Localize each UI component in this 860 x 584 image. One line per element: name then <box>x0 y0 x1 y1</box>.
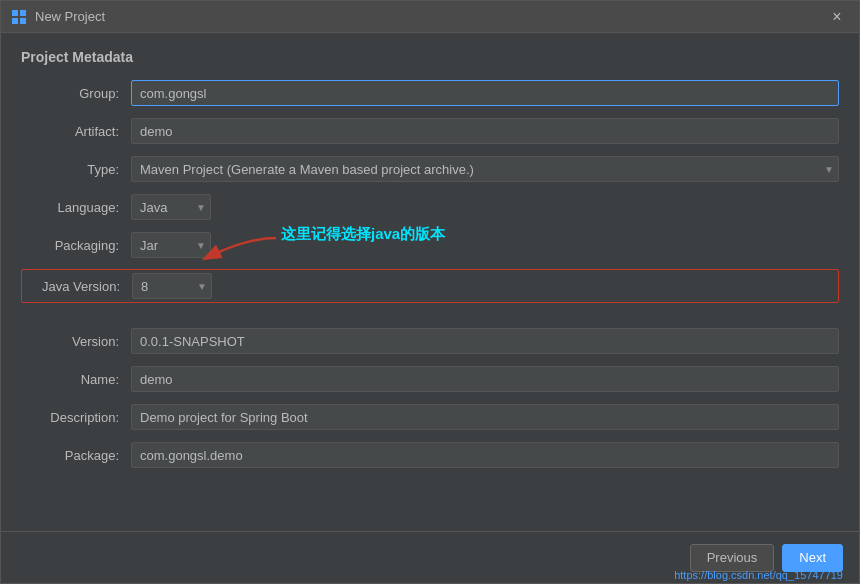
watermark-text: https://blog.csdn.net/qq_15747719 <box>674 569 843 581</box>
description-row: Description: <box>21 403 839 431</box>
close-button[interactable]: × <box>825 5 849 29</box>
java-version-select-text: 8 <box>141 279 193 294</box>
java-version-inner: Java Version: 8 ▼ <box>22 272 212 300</box>
type-select-text: Maven Project (Generate a Maven based pr… <box>140 162 820 177</box>
svg-rect-2 <box>12 18 18 24</box>
type-chevron-icon: ▼ <box>824 164 834 175</box>
type-label: Type: <box>21 162 131 177</box>
description-input[interactable] <box>131 404 839 430</box>
packaging-select[interactable]: Jar ▼ <box>131 232 211 258</box>
svg-rect-0 <box>12 10 18 16</box>
version-row: Version: <box>21 327 839 355</box>
name-input[interactable] <box>131 366 839 392</box>
window-title: New Project <box>35 9 825 24</box>
svg-rect-1 <box>20 10 26 16</box>
previous-button[interactable]: Previous <box>690 544 775 572</box>
packaging-chevron-icon: ▼ <box>196 240 206 251</box>
separator <box>21 313 839 319</box>
java-version-row: Java Version: 8 ▼ <box>21 269 839 303</box>
window-icon <box>11 9 27 25</box>
language-chevron-icon: ▼ <box>196 202 206 213</box>
group-label: Group: <box>21 86 131 101</box>
name-label: Name: <box>21 372 131 387</box>
version-input[interactable] <box>131 328 839 354</box>
language-select-text: Java <box>140 200 192 215</box>
version-label: Version: <box>21 334 131 349</box>
package-input[interactable] <box>131 442 839 468</box>
title-bar: New Project × <box>1 1 859 33</box>
name-row: Name: <box>21 365 839 393</box>
language-select[interactable]: Java ▼ <box>131 194 211 220</box>
java-version-chevron-icon: ▼ <box>197 281 207 292</box>
next-button[interactable]: Next <box>782 544 843 572</box>
type-row: Type: Maven Project (Generate a Maven ba… <box>21 155 839 183</box>
bottom-bar: Previous Next https://blog.csdn.net/qq_1… <box>1 531 859 583</box>
group-row: Group: <box>21 79 839 107</box>
package-row: Package: <box>21 441 839 469</box>
packaging-select-text: Jar <box>140 238 192 253</box>
section-title: Project Metadata <box>21 49 839 65</box>
packaging-row: Packaging: Jar ▼ <box>21 231 839 259</box>
language-row: Language: Java ▼ <box>21 193 839 221</box>
svg-rect-3 <box>20 18 26 24</box>
java-version-select[interactable]: 8 ▼ <box>132 273 212 299</box>
content-area: Project Metadata Group: Artifact: Type: … <box>1 33 859 531</box>
description-label: Description: <box>21 410 131 425</box>
java-version-label: Java Version: <box>22 279 132 294</box>
group-input[interactable] <box>131 80 839 106</box>
language-label: Language: <box>21 200 131 215</box>
main-window: New Project × Project Metadata Group: Ar… <box>0 0 860 584</box>
artifact-label: Artifact: <box>21 124 131 139</box>
artifact-input[interactable] <box>131 118 839 144</box>
artifact-row: Artifact: <box>21 117 839 145</box>
type-select[interactable]: Maven Project (Generate a Maven based pr… <box>131 156 839 182</box>
package-label: Package: <box>21 448 131 463</box>
packaging-label: Packaging: <box>21 238 131 253</box>
